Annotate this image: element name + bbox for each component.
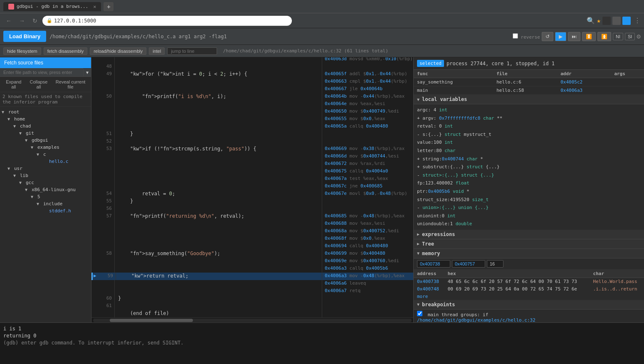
next-btn[interactable]: ⏭ xyxy=(568,32,580,41)
code-row[interactable]: ▶59 "kw">return retval;0x4006a3 mov -0x4… xyxy=(91,273,413,280)
expand-all-button[interactable]: Expand all xyxy=(2,79,25,90)
nav-back-btn[interactable]: ← xyxy=(3,17,14,25)
load-binary-button[interactable]: Load Binary xyxy=(3,31,46,42)
terminal-input[interactable] xyxy=(3,347,513,352)
bookmark-icon[interactable]: ★ xyxy=(597,17,601,25)
code-row[interactable]: 53 "kw">if (!"fn">strcmp(s.string, "pass… xyxy=(91,145,413,153)
tree-item-hello-c[interactable]: hello.c xyxy=(41,158,91,165)
tree-section-header[interactable]: ▶ Tree xyxy=(414,239,644,249)
memory-addr1-input[interactable] xyxy=(417,260,450,268)
gdbgui-extension-icon[interactable] xyxy=(622,17,631,25)
code-row[interactable]: 0x400688 mov %eax,%esi xyxy=(91,220,413,228)
browser-tab[interactable]: gdbgui - gdb in a brows... ✕ xyxy=(3,2,101,11)
tree-item-x86[interactable]: ▼ x86_64-linux-gnu xyxy=(23,186,91,193)
code-row[interactable]: 61 xyxy=(91,303,413,310)
step-btn[interactable]: ⏬ xyxy=(582,32,596,41)
settings-icon[interactable]: ⚙ xyxy=(637,32,641,40)
up-btn[interactable]: ⏫ xyxy=(597,32,611,41)
address-bar[interactable]: 🔒 127.0.0.1:5000 xyxy=(42,16,292,26)
code-row[interactable]: 0x40067a test %eax,%eax xyxy=(91,175,413,183)
tree-item-5[interactable]: ▼ 5 xyxy=(29,193,91,200)
continue-btn[interactable]: ▶ xyxy=(555,32,566,41)
code-row[interactable]: 0x40066d mov $0x400744,%esi xyxy=(91,153,413,160)
code-row[interactable]: 0x40069e mov $0x400760,%edi xyxy=(91,258,413,265)
new-tab-btn[interactable]: + xyxy=(104,2,114,11)
reverse-checkbox[interactable] xyxy=(513,33,518,39)
stack-row[interactable]: main hello.c:58 0x4006a3 xyxy=(414,86,644,95)
code-row[interactable]: 58 "fn">say_something("Goodbye");0x40069… xyxy=(91,250,413,258)
expressions-section-header[interactable]: ▶ expressions xyxy=(414,230,644,239)
breakpoint-checkbox[interactable] xyxy=(417,311,422,316)
h-scroll-thumb[interactable] xyxy=(110,319,193,322)
reload-hide-disassembly-btn[interactable]: reload/hide disassembly xyxy=(90,47,146,55)
tree-item-gdbgui[interactable]: ▼ gdbgui xyxy=(23,137,91,144)
code-row[interactable]: 0x40067c jne 0x400685 xyxy=(91,183,413,190)
file-path-input[interactable] xyxy=(0,68,83,76)
search-nav-icon[interactable]: 🔍 xyxy=(587,17,595,25)
memory-count-input[interactable] xyxy=(487,260,503,268)
fetch-source-files-button[interactable]: Fetch source files xyxy=(0,57,91,68)
fetch-disassembly-btn[interactable]: fetch disassembly xyxy=(44,47,87,55)
code-row[interactable]: 0x400650 mov $0x400749,%edi xyxy=(91,108,413,116)
memory-more-top[interactable]: more xyxy=(414,293,644,300)
tree-item-git[interactable]: ▼ git xyxy=(17,130,91,137)
extension-icon2[interactable] xyxy=(612,17,621,25)
code-row[interactable]: 49 "kw">for ("kw">int i = 0; i < 2; i++)… xyxy=(91,71,413,78)
code-row[interactable]: 48 xyxy=(91,63,413,71)
code-row[interactable]: 52 xyxy=(91,138,413,145)
tree-item-gcc[interactable]: ▼ gcc xyxy=(17,179,91,186)
si-btn[interactable]: SI xyxy=(625,33,635,40)
code-row[interactable]: 54 retval = 0;0x40067e movl $0x0,-0x48(%… xyxy=(91,190,413,198)
code-row[interactable]: 0x400667 jle 0x40064b xyxy=(91,86,413,93)
restart-btn[interactable]: ↺ xyxy=(542,32,553,41)
local-variables-section-header[interactable]: ▼ local variables xyxy=(414,95,644,104)
code-row[interactable]: 0x4006a7 retq xyxy=(91,288,413,295)
stack-row[interactable]: say_something hello.c:6 0x4005c2 xyxy=(414,78,644,86)
code-row[interactable]: 50 "fn">printf("i is %d\n", i);0x40064b … xyxy=(91,93,413,101)
code-row[interactable]: 0x400663 cmpl $0x1,-0x44(%rbp) xyxy=(91,78,413,86)
extension-icon1[interactable] xyxy=(602,17,611,25)
code-row[interactable]: 0x400675 callq 0x4004a0 xyxy=(91,168,413,175)
horizontal-scrollbar[interactable] xyxy=(91,317,413,322)
code-row[interactable]: 60} xyxy=(91,295,413,303)
tree-item-home[interactable]: ▼ home xyxy=(6,116,91,123)
code-row[interactable]: 0x400694 callq 0x400480 xyxy=(91,243,413,250)
tree-item-chad[interactable]: ▼ chad xyxy=(12,123,91,130)
code-row[interactable]: 0x40065a callq 0x400480 xyxy=(91,123,413,130)
code-row[interactable]: 0x4006a3 callq 0x4005b6 xyxy=(91,265,413,273)
code-row[interactable]: 0x400655 mov $0x0,%eax xyxy=(91,116,413,123)
collapse-all-button[interactable]: Collapse all xyxy=(27,79,51,90)
memory-section-header[interactable]: ▼ memory xyxy=(414,249,644,258)
tree-item-lib[interactable]: ▼ lib xyxy=(12,172,91,179)
code-row[interactable]: (end of file) xyxy=(91,310,413,317)
breakpoints-section-header[interactable]: ▼ breakpoints xyxy=(414,300,644,310)
code-row[interactable]: 55 } xyxy=(91,198,413,205)
code-row[interactable]: 0x40068a mov $0x400752,%edi xyxy=(91,228,413,235)
tab-close-icon[interactable]: ✕ xyxy=(93,4,96,10)
ni-btn[interactable]: NI xyxy=(613,33,623,40)
code-row[interactable]: 0x40068f mov $0x0,%eax xyxy=(91,235,413,243)
tree-item-c[interactable]: ▼ c xyxy=(35,151,91,158)
code-row[interactable]: 57 "fn">printf("returning %d\n", retval)… xyxy=(91,213,413,220)
file-input-dropdown-arrow[interactable]: ▼ xyxy=(83,69,91,76)
tree-item-examples[interactable]: ▼ examples xyxy=(29,144,91,151)
memory-addr2-input[interactable] xyxy=(452,260,485,268)
tree-item-root[interactable]: ▼ root xyxy=(0,108,91,116)
nav-forward-btn[interactable]: → xyxy=(17,17,27,25)
tree-item-include[interactable]: ▼ include xyxy=(35,200,91,207)
code-scroll[interactable]: 43 s.fp = 123.4;0x400611 movss 0x157(%ri… xyxy=(91,57,413,317)
reveal-current-file-button[interactable]: Reveal current file xyxy=(52,79,89,90)
hide-filesystem-btn[interactable]: hide filesystem xyxy=(3,47,41,55)
code-row[interactable]: 56 xyxy=(91,205,413,213)
tree-item-stddef[interactable]: stddef.h xyxy=(41,207,91,214)
nav-refresh-btn[interactable]: ↻ xyxy=(30,17,40,25)
jump-to-line-input[interactable] xyxy=(167,47,217,55)
chrome-menu-icon[interactable]: ⋮ xyxy=(634,17,641,25)
code-row[interactable]: 0x400672 mov %rax,%rdi xyxy=(91,160,413,168)
code-row[interactable]: 0x4006a6 leaveq xyxy=(91,280,413,288)
code-row[interactable]: 0x40064e mov %eax,%esi xyxy=(91,101,413,108)
code-row[interactable]: 51 } xyxy=(91,130,413,138)
intel-btn[interactable]: intel xyxy=(149,47,165,55)
tree-item-usr[interactable]: ▼ usr xyxy=(6,165,91,172)
code-row[interactable]: 0x40063d movsd %xmm0,-0x10(%rbp) xyxy=(91,57,413,63)
